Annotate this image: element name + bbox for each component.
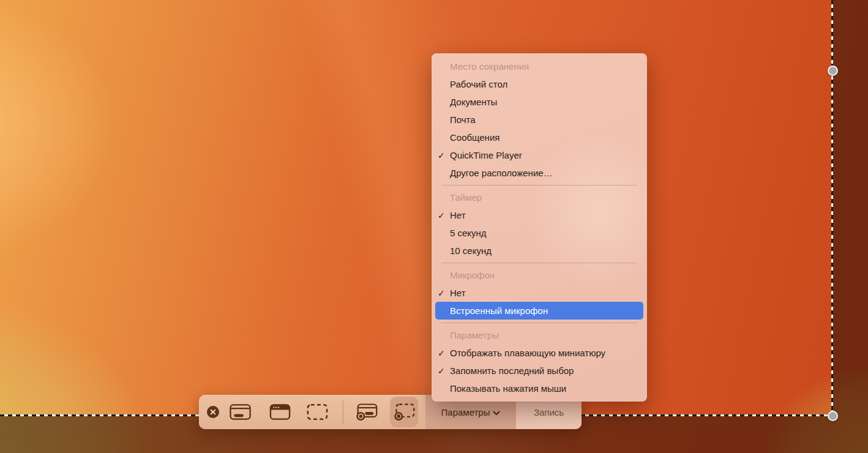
- menu-item-label: QuickTime Player: [450, 150, 522, 160]
- close-button[interactable]: [207, 406, 219, 418]
- menu-item-label: Нет: [450, 210, 466, 220]
- menu-item-label: Рабочий стол: [450, 79, 507, 89]
- capture-selection-button[interactable]: [303, 397, 331, 427]
- menu-item-label: Другое расположение…: [450, 168, 553, 178]
- menu-section-header: Микрофон: [432, 266, 647, 284]
- menu-item-label: 10 секунд: [450, 245, 492, 256]
- selection-border-right: [831, 0, 833, 416]
- menu-item[interactable]: 10 секунд: [432, 242, 647, 260]
- menu-item-label: Документы: [450, 97, 497, 107]
- checkmark-icon: ✓: [438, 362, 445, 380]
- menu-item-label: Почта: [450, 114, 476, 125]
- menu-item[interactable]: ✓QuickTime Player: [432, 146, 647, 164]
- menu-item[interactable]: Показывать нажатия мыши: [432, 380, 647, 397]
- menu-section-header: Место сохранения: [432, 58, 647, 75]
- checkmark-icon: ✓: [438, 146, 445, 164]
- selection-resize-handle-right[interactable]: [828, 66, 838, 76]
- menu-item[interactable]: Другое расположение…: [432, 164, 647, 182]
- menu-item-label: Нет: [450, 288, 466, 298]
- menu-item[interactable]: Рабочий стол: [432, 75, 647, 93]
- screenshot-app-screen: Параметры Запись Место сохраненияРабочий…: [0, 0, 868, 453]
- checkmark-icon: ✓: [438, 206, 445, 224]
- menu-item[interactable]: ✓Нет: [432, 206, 647, 224]
- checkmark-icon: ✓: [438, 284, 445, 302]
- dimmed-area-right: [833, 0, 868, 416]
- capture-window-button[interactable]: [266, 397, 294, 427]
- capture-entire-screen-button[interactable]: [226, 397, 254, 427]
- menu-item[interactable]: ✓Нет: [432, 284, 647, 302]
- record-button-label: Запись: [534, 407, 564, 417]
- toolbar-separator: [343, 400, 343, 424]
- menu-item[interactable]: 5 секунд: [432, 224, 647, 242]
- menu-item[interactable]: Документы: [432, 93, 647, 111]
- options-button-label: Параметры: [441, 407, 490, 417]
- menu-item[interactable]: Сообщения: [432, 129, 647, 146]
- menu-item-label: Встроенный микрофон: [450, 305, 548, 316]
- options-dropdown-menu: Место сохраненияРабочий столДокументыПоч…: [432, 53, 647, 402]
- menu-section-header: Параметры: [432, 326, 647, 344]
- menu-item-label: Сообщения: [450, 132, 499, 143]
- record-selection-button[interactable]: [390, 397, 418, 427]
- menu-section-header: Таймер: [432, 189, 647, 206]
- chevron-down-icon: [493, 409, 500, 416]
- menu-item-label: Отображать плавающую миниатюру: [450, 348, 605, 358]
- menu-separator: [441, 263, 637, 263]
- menu-item-label: Запомнить последний выбор: [450, 365, 574, 376]
- record-entire-screen-button[interactable]: [353, 397, 381, 427]
- menu-item[interactable]: Встроенный микрофон: [435, 302, 643, 320]
- selection-resize-handle-corner[interactable]: [828, 411, 838, 421]
- menu-separator: [441, 185, 637, 185]
- menu-item[interactable]: Почта: [432, 111, 647, 129]
- menu-item[interactable]: ✓Отображать плавающую миниатюру: [432, 344, 647, 362]
- checkmark-icon: ✓: [438, 344, 445, 362]
- menu-item-label: 5 секунд: [450, 228, 487, 238]
- menu-separator: [441, 323, 637, 323]
- menu-item[interactable]: ✓Запомнить последний выбор: [432, 362, 647, 380]
- menu-item-label: Показывать нажатия мыши: [450, 383, 566, 394]
